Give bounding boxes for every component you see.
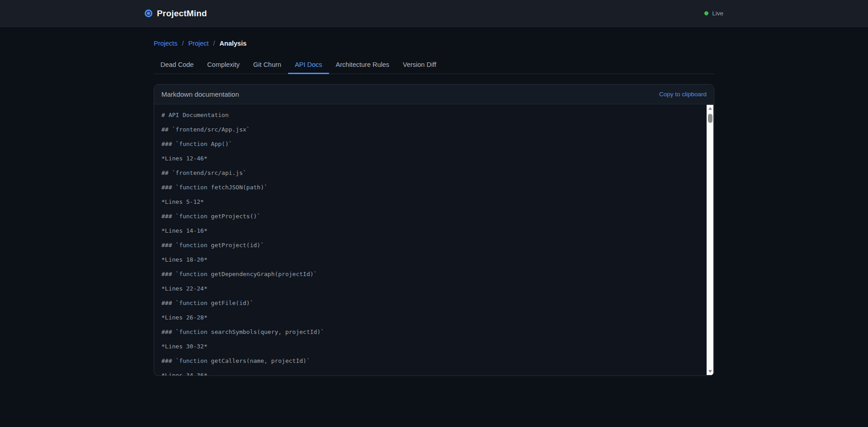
markdown-line: *Lines 22-24* bbox=[161, 285, 699, 300]
tab-complexity[interactable]: Complexity bbox=[200, 57, 246, 74]
markdown-line: ### `function searchSymbols(query, proje… bbox=[161, 328, 699, 343]
live-status-label: Live bbox=[712, 10, 723, 17]
app-logo-icon bbox=[145, 9, 152, 17]
top-bar: ProjectMind Live bbox=[0, 0, 868, 27]
breadcrumb-projects-link[interactable]: Projects bbox=[154, 40, 177, 47]
markdown-line: ## `frontend/src/api.js` bbox=[161, 169, 699, 184]
tab-version-diff[interactable]: Version Diff bbox=[396, 57, 443, 74]
brand: ProjectMind bbox=[145, 9, 207, 19]
markdown-line: *Lines 5-12* bbox=[161, 198, 699, 213]
tab-git-churn[interactable]: Git Churn bbox=[246, 57, 288, 74]
content-scrollbar[interactable] bbox=[707, 105, 713, 375]
scrollbar-thumb[interactable] bbox=[708, 114, 712, 123]
scroll-up-arrow-icon bbox=[708, 107, 712, 110]
tab-dead-code[interactable]: Dead Code bbox=[154, 57, 200, 74]
breadcrumb: Projects / Project / Analysis bbox=[154, 40, 714, 47]
markdown-line: ### `function getFile(id)` bbox=[161, 300, 699, 314]
markdown-line: *Lines 12-46* bbox=[161, 155, 699, 169]
app-title: ProjectMind bbox=[157, 9, 207, 19]
scrollbar-up-button[interactable] bbox=[707, 105, 713, 112]
panel-header: Markdown documentation Copy to clipboard bbox=[154, 84, 714, 104]
markdown-documentation-panel: Markdown documentation Copy to clipboard… bbox=[154, 84, 714, 376]
panel-title: Markdown documentation bbox=[161, 90, 239, 98]
markdown-line: ### `function App()` bbox=[161, 141, 699, 155]
markdown-line: *Lines 30-32* bbox=[161, 343, 699, 357]
markdown-line: ### `function getCallers(name, projectId… bbox=[161, 357, 699, 372]
scroll-down-arrow-icon bbox=[708, 370, 712, 373]
markdown-line: *Lines 26-28* bbox=[161, 314, 699, 328]
markdown-line: ### `function fetchJSON(path)` bbox=[161, 184, 699, 198]
scrollbar-track[interactable] bbox=[707, 112, 713, 368]
markdown-line: *Lines 18-20* bbox=[161, 256, 699, 271]
markdown-line: ### `function getProject(id)` bbox=[161, 242, 699, 256]
tab-api-docs[interactable]: API Docs bbox=[288, 57, 329, 74]
markdown-line: ### `function getProjects()` bbox=[161, 213, 699, 227]
analysis-tabs: Dead Code Complexity Git Churn API Docs … bbox=[154, 57, 714, 74]
markdown-line: *Lines 34-36* bbox=[161, 372, 699, 375]
live-status: Live bbox=[704, 10, 723, 17]
markdown-line: # API Documentation bbox=[161, 112, 699, 126]
tab-architecture-rules[interactable]: Architecture Rules bbox=[329, 57, 396, 74]
breadcrumb-current-page: Analysis bbox=[220, 40, 247, 47]
live-status-dot-icon bbox=[704, 11, 708, 15]
markdown-content-area[interactable]: # API Documentation ## `frontend/src/App… bbox=[154, 104, 714, 375]
scrollbar-down-button[interactable] bbox=[707, 368, 713, 375]
breadcrumb-project-link[interactable]: Project bbox=[188, 40, 208, 47]
copy-to-clipboard-button[interactable]: Copy to clipboard bbox=[659, 91, 707, 98]
breadcrumb-separator: / bbox=[213, 40, 215, 47]
markdown-line: ### `function getDependencyGraph(project… bbox=[161, 271, 699, 285]
markdown-line: ## `frontend/src/App.jsx` bbox=[161, 126, 699, 141]
markdown-line: *Lines 14-16* bbox=[161, 227, 699, 242]
breadcrumb-separator: / bbox=[182, 40, 184, 47]
